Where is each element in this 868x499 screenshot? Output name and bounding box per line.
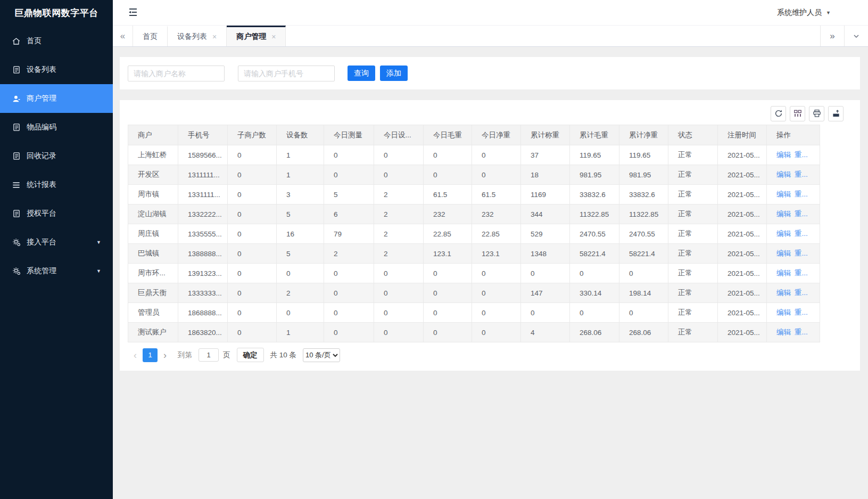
refresh-icon[interactable] — [771, 106, 786, 121]
table-cell: 0 — [324, 165, 374, 185]
sidebar-item-system-management[interactable]: 系统管理▼ — [0, 257, 113, 285]
sidebar-item-authorization-platform[interactable]: 授权平台 — [0, 199, 113, 228]
column-header: 手机号 — [178, 125, 228, 145]
edit-link[interactable]: 编辑 — [776, 308, 791, 316]
close-icon[interactable]: × — [212, 32, 217, 41]
column-header: 累计称重 — [521, 125, 570, 145]
table-cell: 0 — [424, 264, 472, 283]
prev-page-button[interactable]: ‹ — [128, 350, 143, 360]
document-icon — [12, 66, 21, 75]
print-icon[interactable] — [809, 106, 824, 121]
edit-link[interactable]: 编辑 — [776, 249, 791, 257]
page-label: 页 — [223, 350, 230, 360]
table-cell: 11322.85 — [619, 204, 668, 224]
edit-link[interactable]: 编辑 — [776, 151, 791, 159]
reset-link[interactable]: 重... — [795, 308, 808, 316]
table-cell: 2021-05... — [718, 323, 767, 342]
table-cell: 0 — [228, 244, 277, 264]
user-menu[interactable]: 系统维护人员 ▼ — [777, 8, 831, 18]
sidebar-item-statistics-report[interactable]: 统计报表 — [0, 170, 113, 199]
table-actions-cell: 编辑重... — [767, 165, 820, 185]
table-cell: 周市环... — [128, 264, 178, 283]
close-icon[interactable]: × — [271, 32, 276, 41]
table-cell: 管理员 — [128, 303, 178, 323]
table-cell: 0 — [228, 303, 277, 323]
table-actions-cell: 编辑重... — [767, 204, 820, 224]
table-cell: 淀山湖镇 — [128, 204, 178, 224]
sidebar-item-access-platform[interactable]: 接入平台▼ — [0, 228, 113, 257]
table-cell: 1391323... — [178, 264, 228, 283]
table-cell: 0 — [228, 185, 277, 204]
table-cell: 0 — [374, 303, 424, 323]
column-header: 今日设... — [374, 125, 424, 145]
table-cell: 1311111... — [178, 165, 228, 185]
table-cell: 2 — [277, 283, 324, 303]
table-cell: 119.65 — [619, 145, 668, 165]
table-cell: 1335555... — [178, 224, 228, 244]
sidebar-item-merchant-management[interactable]: 商户管理 — [0, 84, 113, 113]
table-toolbar — [120, 105, 860, 122]
add-button[interactable]: 添加 — [380, 66, 408, 81]
table-cell: 2021-05... — [718, 283, 767, 303]
table-cell: 周市镇 — [128, 185, 178, 204]
table-cell: 0 — [424, 303, 472, 323]
sidebar-item-home[interactable]: 首页 — [0, 27, 113, 55]
tab-home[interactable]: 首页 — [133, 26, 168, 46]
sidebar-item-device-list[interactable]: 设备列表 — [0, 55, 113, 84]
table-actions-cell: 编辑重... — [767, 303, 820, 323]
edit-link[interactable]: 编辑 — [776, 269, 791, 277]
reset-link[interactable]: 重... — [795, 210, 808, 218]
table-cell: 正常 — [668, 264, 718, 283]
sidebar-item-item-code[interactable]: 物品编码 — [0, 113, 113, 142]
sidebar-item-recycle-records[interactable]: 回收记录 — [0, 142, 113, 170]
app-window: 巨鼎物联网数字平台 首页设备列表商户管理物品编码回收记录统计报表授权平台接入平台… — [0, 0, 868, 499]
edit-link[interactable]: 编辑 — [776, 230, 791, 238]
edit-link[interactable]: 编辑 — [776, 190, 791, 198]
table-cell: 1348 — [521, 244, 570, 264]
reset-link[interactable]: 重... — [795, 230, 808, 238]
merchant-phone-input[interactable] — [238, 66, 335, 81]
reset-link[interactable]: 重... — [795, 151, 808, 159]
reset-link[interactable]: 重... — [795, 328, 808, 336]
sidebar-item-label: 统计报表 — [27, 180, 56, 190]
edit-link[interactable]: 编辑 — [776, 170, 791, 178]
menu-collapse-icon[interactable] — [128, 8, 138, 17]
tab-device-list[interactable]: 设备列表× — [168, 26, 227, 46]
table-cell: 0 — [228, 264, 277, 283]
table-cell: 0 — [324, 264, 374, 283]
table-cell: 0 — [424, 323, 472, 342]
edit-link[interactable]: 编辑 — [776, 328, 791, 336]
edit-link[interactable]: 编辑 — [776, 210, 791, 218]
topbar: 系统维护人员 ▼ — [113, 0, 868, 26]
next-page-button[interactable]: › — [158, 350, 172, 360]
user-icon — [12, 94, 21, 103]
table-cell: 0 — [472, 264, 521, 283]
confirm-button[interactable]: 确定 — [237, 348, 264, 362]
merchant-name-input[interactable] — [128, 66, 225, 81]
reset-link[interactable]: 重... — [795, 170, 808, 178]
table-cell: 正常 — [668, 283, 718, 303]
reset-link[interactable]: 重... — [795, 190, 808, 198]
query-button[interactable]: 查询 — [348, 66, 375, 81]
table-cell: 1863820... — [178, 323, 228, 342]
goto-page-input[interactable] — [199, 348, 219, 362]
user-name: 系统维护人员 — [777, 8, 822, 18]
table-cell: 正常 — [668, 185, 718, 204]
table-cell: 2 — [374, 204, 424, 224]
table-cell: 1 — [277, 165, 324, 185]
tab-merchant-management[interactable]: 商户管理× — [227, 26, 286, 46]
reset-link[interactable]: 重... — [795, 249, 808, 257]
tabs-menu-button[interactable] — [844, 26, 868, 46]
column-header: 累计净重 — [619, 125, 668, 145]
columns-icon[interactable] — [790, 106, 805, 121]
table-cell: 上海虹桥 — [128, 145, 178, 165]
export-icon[interactable] — [828, 106, 844, 121]
edit-link[interactable]: 编辑 — [776, 289, 791, 297]
tabs-scroll-left-button[interactable]: « — [113, 26, 133, 46]
tabs-scroll-right-button[interactable]: » — [820, 26, 844, 46]
page-size-select[interactable]: 10 条/页 — [303, 348, 340, 362]
reset-link[interactable]: 重... — [795, 269, 808, 277]
current-page-button[interactable]: 1 — [143, 348, 158, 362]
reset-link[interactable]: 重... — [795, 289, 808, 297]
table-cell: 0 — [228, 224, 277, 244]
